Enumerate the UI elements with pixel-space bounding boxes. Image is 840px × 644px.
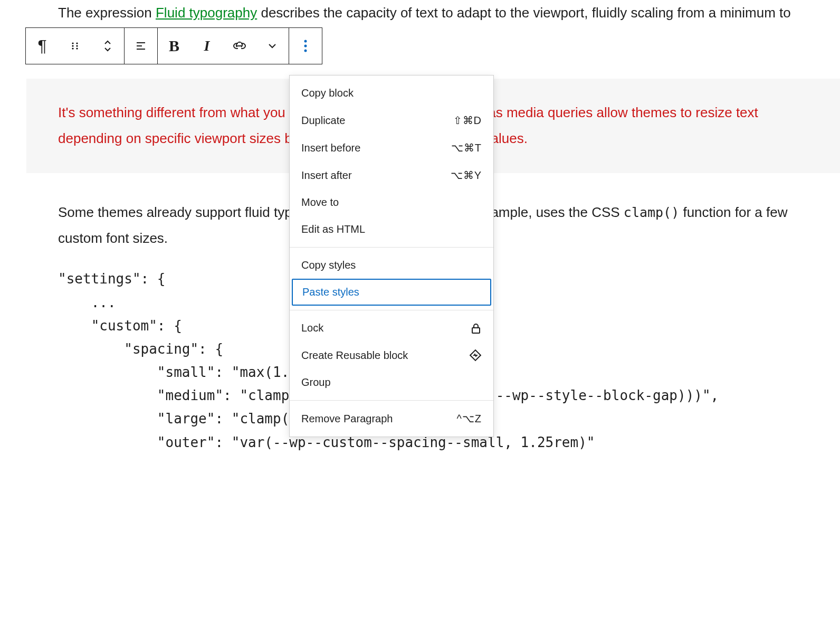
menu-copy-styles[interactable]: Copy styles xyxy=(290,252,493,279)
lock-icon xyxy=(470,323,482,334)
link-button[interactable] xyxy=(223,28,256,64)
menu-insert-after[interactable]: Insert after ⌥⌘Y xyxy=(290,162,493,189)
drag-handle-button[interactable] xyxy=(59,28,91,64)
chevron-down-icon xyxy=(268,41,277,51)
menu-edit-as-html[interactable]: Edit as HTML xyxy=(290,216,493,243)
menu-label: Lock xyxy=(301,322,323,334)
bold-icon: B xyxy=(169,37,179,55)
align-icon xyxy=(135,40,147,52)
bold-button[interactable]: B xyxy=(158,28,190,64)
reusable-icon xyxy=(469,349,482,362)
menu-copy-block[interactable]: Copy block xyxy=(290,80,493,107)
menu-label: Edit as HTML xyxy=(301,223,365,235)
block-toolbar: ¶ B I xyxy=(25,27,322,64)
more-rich-text-button[interactable] xyxy=(256,28,289,64)
menu-shortcut: ^⌥Z xyxy=(456,412,482,425)
menu-label: Remove Paragraph xyxy=(301,413,393,425)
svg-point-0 xyxy=(72,42,73,44)
svg-rect-16 xyxy=(472,328,480,333)
move-button[interactable] xyxy=(91,28,124,64)
menu-shortcut: ⌥⌘Y xyxy=(451,169,482,182)
svg-point-14 xyxy=(304,45,307,48)
align-button[interactable] xyxy=(125,28,157,64)
menu-remove-paragraph[interactable]: Remove Paragraph ^⌥Z xyxy=(290,405,493,432)
italic-button[interactable]: I xyxy=(190,28,223,64)
menu-label: Duplicate xyxy=(301,115,345,127)
menu-paste-styles[interactable]: Paste styles xyxy=(292,279,491,306)
svg-point-4 xyxy=(72,48,73,49)
pilcrow-icon: ¶ xyxy=(37,36,46,56)
menu-label: Copy styles xyxy=(301,259,356,271)
svg-point-5 xyxy=(76,48,78,49)
svg-point-15 xyxy=(304,50,307,52)
link-icon xyxy=(233,41,246,51)
menu-insert-before[interactable]: Insert before ⌥⌘T xyxy=(290,134,493,162)
menu-label: Move to xyxy=(301,196,339,209)
link-fluid-typography[interactable]: Fluid typography xyxy=(156,5,257,21)
inline-code-clamp: clamp() xyxy=(624,205,679,220)
menu-shortcut: ⇧⌘D xyxy=(453,114,482,127)
chevron-updown-icon xyxy=(102,40,113,52)
options-button[interactable] xyxy=(289,28,322,64)
menu-label: Create Reusable block xyxy=(301,349,408,362)
menu-label: Insert after xyxy=(301,169,352,182)
svg-point-13 xyxy=(304,40,307,43)
menu-lock[interactable]: Lock xyxy=(290,315,493,342)
italic-icon: I xyxy=(204,37,210,54)
menu-label: Paste styles xyxy=(302,286,359,298)
menu-label: Group xyxy=(301,376,331,389)
svg-point-3 xyxy=(76,45,78,46)
drag-handle-icon xyxy=(70,41,80,51)
paragraph-icon-button[interactable]: ¶ xyxy=(26,28,59,64)
menu-duplicate[interactable]: Duplicate ⇧⌘D xyxy=(290,107,493,134)
menu-create-reusable[interactable]: Create Reusable block xyxy=(290,342,493,369)
kebab-icon xyxy=(303,39,308,53)
menu-label: Insert before xyxy=(301,142,360,154)
menu-move-to[interactable]: Move to xyxy=(290,189,493,216)
menu-label: Copy block xyxy=(301,87,354,99)
block-options-menu: Copy block Duplicate ⇧⌘D Insert before ⌥… xyxy=(289,75,494,437)
svg-point-2 xyxy=(72,45,73,46)
svg-point-1 xyxy=(76,42,78,44)
menu-group[interactable]: Group xyxy=(290,369,493,396)
menu-shortcut: ⌥⌘T xyxy=(451,141,482,154)
text: The expression xyxy=(58,5,156,21)
